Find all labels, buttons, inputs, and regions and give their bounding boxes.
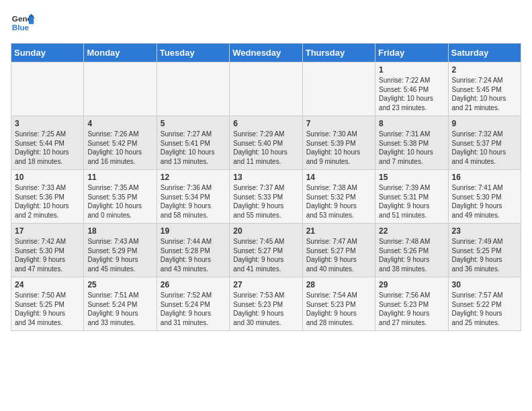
col-header-monday: Monday xyxy=(84,44,157,62)
day-number: 24 xyxy=(15,280,80,289)
day-number: 12 xyxy=(161,173,226,182)
calendar-table: SundayMondayTuesdayWednesdayThursdayFrid… xyxy=(11,43,521,331)
day-number: 13 xyxy=(233,173,298,182)
day-number: 18 xyxy=(87,226,152,236)
calendar-cell: 5Sunrise: 7:27 AM Sunset: 5:41 PM Daylig… xyxy=(157,116,229,170)
calendar-cell: 29Sunrise: 7:56 AM Sunset: 5:23 PM Dayli… xyxy=(375,277,448,331)
day-number: 15 xyxy=(379,173,444,182)
day-number: 3 xyxy=(15,119,80,128)
day-info: Sunrise: 7:35 AM Sunset: 5:35 PM Dayligh… xyxy=(87,183,152,220)
calendar-week-row: 10Sunrise: 7:33 AM Sunset: 5:36 PM Dayli… xyxy=(11,170,521,224)
day-number: 19 xyxy=(161,226,226,236)
day-info: Sunrise: 7:39 AM Sunset: 5:31 PM Dayligh… xyxy=(379,183,444,220)
calendar-cell: 28Sunrise: 7:54 AM Sunset: 5:23 PM Dayli… xyxy=(302,277,375,331)
day-info: Sunrise: 7:27 AM Sunset: 5:41 PM Dayligh… xyxy=(161,130,226,166)
calendar-cell: 25Sunrise: 7:51 AM Sunset: 5:24 PM Dayli… xyxy=(84,277,157,331)
calendar-cell xyxy=(302,62,375,116)
day-number: 21 xyxy=(306,226,371,236)
svg-marker-2 xyxy=(29,15,34,24)
day-info: Sunrise: 7:51 AM Sunset: 5:24 PM Dayligh… xyxy=(87,291,152,327)
day-number: 4 xyxy=(87,119,152,128)
calendar-cell: 18Sunrise: 7:43 AM Sunset: 5:29 PM Dayli… xyxy=(84,224,157,277)
day-info: Sunrise: 7:57 AM Sunset: 5:22 PM Dayligh… xyxy=(452,291,517,327)
col-header-wednesday: Wednesday xyxy=(230,44,302,62)
day-number: 20 xyxy=(233,226,298,236)
calendar-week-row: 17Sunrise: 7:42 AM Sunset: 5:30 PM Dayli… xyxy=(11,224,521,277)
day-number: 6 xyxy=(233,119,298,128)
svg-text:Blue: Blue xyxy=(12,23,30,32)
col-header-tuesday: Tuesday xyxy=(157,44,229,62)
day-info: Sunrise: 7:25 AM Sunset: 5:44 PM Dayligh… xyxy=(15,130,80,166)
day-number: 28 xyxy=(306,280,371,289)
calendar-cell: 9Sunrise: 7:32 AM Sunset: 5:37 PM Daylig… xyxy=(448,116,521,170)
day-info: Sunrise: 7:22 AM Sunset: 5:46 PM Dayligh… xyxy=(379,76,444,112)
calendar-week-row: 1Sunrise: 7:22 AM Sunset: 5:46 PM Daylig… xyxy=(11,62,521,116)
calendar-cell: 12Sunrise: 7:36 AM Sunset: 5:34 PM Dayli… xyxy=(157,170,229,224)
day-number: 10 xyxy=(15,173,80,182)
calendar-cell xyxy=(11,62,84,116)
day-info: Sunrise: 7:50 AM Sunset: 5:25 PM Dayligh… xyxy=(15,291,80,327)
day-info: Sunrise: 7:45 AM Sunset: 5:27 PM Dayligh… xyxy=(233,237,298,273)
calendar-cell: 30Sunrise: 7:57 AM Sunset: 5:22 PM Dayli… xyxy=(448,277,521,331)
day-info: Sunrise: 7:43 AM Sunset: 5:29 PM Dayligh… xyxy=(87,237,152,273)
day-number: 8 xyxy=(379,119,444,128)
logo: General Blue xyxy=(11,11,35,35)
day-number: 1 xyxy=(379,65,444,75)
day-number: 2 xyxy=(452,65,517,75)
calendar-cell: 11Sunrise: 7:35 AM Sunset: 5:35 PM Dayli… xyxy=(84,170,157,224)
day-info: Sunrise: 7:48 AM Sunset: 5:26 PM Dayligh… xyxy=(379,237,444,273)
col-header-thursday: Thursday xyxy=(302,44,375,62)
calendar-cell: 6Sunrise: 7:29 AM Sunset: 5:40 PM Daylig… xyxy=(230,116,302,170)
calendar-cell: 23Sunrise: 7:49 AM Sunset: 5:25 PM Dayli… xyxy=(448,224,521,277)
day-info: Sunrise: 7:42 AM Sunset: 5:30 PM Dayligh… xyxy=(15,237,80,273)
day-info: Sunrise: 7:44 AM Sunset: 5:28 PM Dayligh… xyxy=(161,237,226,273)
calendar-cell: 27Sunrise: 7:53 AM Sunset: 5:23 PM Dayli… xyxy=(230,277,302,331)
col-header-friday: Friday xyxy=(375,44,448,62)
day-info: Sunrise: 7:29 AM Sunset: 5:40 PM Dayligh… xyxy=(233,130,298,166)
calendar-cell: 15Sunrise: 7:39 AM Sunset: 5:31 PM Dayli… xyxy=(375,170,448,224)
day-info: Sunrise: 7:32 AM Sunset: 5:37 PM Dayligh… xyxy=(452,130,517,166)
calendar-cell xyxy=(84,62,157,116)
calendar-cell: 10Sunrise: 7:33 AM Sunset: 5:36 PM Dayli… xyxy=(11,170,84,224)
day-number: 26 xyxy=(161,280,226,289)
day-info: Sunrise: 7:54 AM Sunset: 5:23 PM Dayligh… xyxy=(306,291,371,327)
day-number: 5 xyxy=(161,119,226,128)
calendar-cell: 4Sunrise: 7:26 AM Sunset: 5:42 PM Daylig… xyxy=(84,116,157,170)
calendar-cell: 24Sunrise: 7:50 AM Sunset: 5:25 PM Dayli… xyxy=(11,277,84,331)
calendar-header-row: SundayMondayTuesdayWednesdayThursdayFrid… xyxy=(11,44,521,62)
col-header-sunday: Sunday xyxy=(11,44,84,62)
calendar-cell: 22Sunrise: 7:48 AM Sunset: 5:26 PM Dayli… xyxy=(375,224,448,277)
day-number: 11 xyxy=(87,173,152,182)
day-number: 30 xyxy=(452,280,517,289)
page-header: General Blue xyxy=(11,11,521,35)
day-number: 25 xyxy=(87,280,152,289)
day-info: Sunrise: 7:49 AM Sunset: 5:25 PM Dayligh… xyxy=(452,237,517,273)
calendar-cell: 13Sunrise: 7:37 AM Sunset: 5:33 PM Dayli… xyxy=(230,170,302,224)
calendar-cell: 8Sunrise: 7:31 AM Sunset: 5:38 PM Daylig… xyxy=(375,116,448,170)
day-number: 17 xyxy=(15,226,80,236)
day-info: Sunrise: 7:33 AM Sunset: 5:36 PM Dayligh… xyxy=(15,183,80,220)
day-info: Sunrise: 7:47 AM Sunset: 5:27 PM Dayligh… xyxy=(306,237,371,273)
col-header-saturday: Saturday xyxy=(448,44,521,62)
day-number: 9 xyxy=(452,119,517,128)
calendar-cell: 3Sunrise: 7:25 AM Sunset: 5:44 PM Daylig… xyxy=(11,116,84,170)
day-number: 23 xyxy=(452,226,517,236)
day-number: 27 xyxy=(233,280,298,289)
day-info: Sunrise: 7:38 AM Sunset: 5:32 PM Dayligh… xyxy=(306,183,371,220)
day-info: Sunrise: 7:24 AM Sunset: 5:45 PM Dayligh… xyxy=(452,76,517,112)
calendar-cell xyxy=(230,62,302,116)
calendar-week-row: 24Sunrise: 7:50 AM Sunset: 5:25 PM Dayli… xyxy=(11,277,521,331)
calendar-cell: 16Sunrise: 7:41 AM Sunset: 5:30 PM Dayli… xyxy=(448,170,521,224)
day-info: Sunrise: 7:30 AM Sunset: 5:39 PM Dayligh… xyxy=(306,130,371,166)
day-number: 16 xyxy=(452,173,517,182)
day-info: Sunrise: 7:53 AM Sunset: 5:23 PM Dayligh… xyxy=(233,291,298,327)
calendar-cell: 26Sunrise: 7:52 AM Sunset: 5:24 PM Dayli… xyxy=(157,277,229,331)
logo-icon: General Blue xyxy=(11,11,35,35)
calendar-cell: 14Sunrise: 7:38 AM Sunset: 5:32 PM Dayli… xyxy=(302,170,375,224)
calendar-cell: 20Sunrise: 7:45 AM Sunset: 5:27 PM Dayli… xyxy=(230,224,302,277)
day-info: Sunrise: 7:52 AM Sunset: 5:24 PM Dayligh… xyxy=(161,291,226,327)
calendar-cell: 21Sunrise: 7:47 AM Sunset: 5:27 PM Dayli… xyxy=(302,224,375,277)
day-info: Sunrise: 7:26 AM Sunset: 5:42 PM Dayligh… xyxy=(87,130,152,166)
day-number: 7 xyxy=(306,119,371,128)
day-number: 14 xyxy=(306,173,371,182)
